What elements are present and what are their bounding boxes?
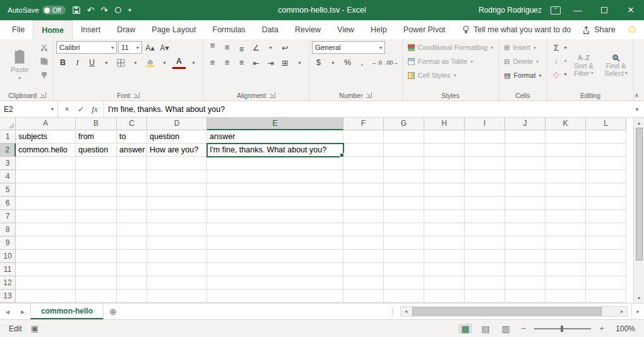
cancel-entry-icon[interactable]: × xyxy=(61,103,73,116)
cell-D3[interactable] xyxy=(147,157,207,170)
cell-I12[interactable] xyxy=(465,276,505,290)
number-dialog-launcher-icon[interactable]: ↘ xyxy=(366,92,373,98)
new-sheet-icon[interactable]: ⊕ xyxy=(104,303,122,319)
macro-recording-icon[interactable]: ▣ xyxy=(31,324,39,333)
row-header-10[interactable]: 10 xyxy=(0,250,16,263)
cell-C7[interactable] xyxy=(117,210,147,223)
cell-D10[interactable] xyxy=(147,250,207,263)
align-left-icon[interactable]: ≡ xyxy=(206,56,219,69)
increase-indent-icon[interactable]: ⇥ xyxy=(264,56,277,69)
cell-L12[interactable] xyxy=(586,276,626,290)
cell-H6[interactable] xyxy=(424,197,465,210)
column-header-K[interactable]: K xyxy=(546,118,586,130)
collapse-ribbon-icon[interactable]: ∧ xyxy=(635,92,639,99)
cell-F11[interactable] xyxy=(343,263,384,276)
zoom-level[interactable]: 100% xyxy=(612,324,635,333)
insert-function-icon[interactable]: fx xyxy=(88,103,101,116)
borders-icon[interactable] xyxy=(114,56,128,69)
autosum-dropdown-icon[interactable]: ▾ xyxy=(564,45,566,51)
cell-H7[interactable] xyxy=(424,210,465,223)
share-button[interactable]: Share xyxy=(582,25,615,34)
italic-button[interactable]: I xyxy=(71,56,84,69)
cell-E11[interactable] xyxy=(207,263,343,276)
select-all-corner[interactable] xyxy=(0,118,16,130)
previous-sheet-icon[interactable]: ◂ xyxy=(0,303,15,319)
cell-J5[interactable] xyxy=(505,183,546,197)
tab-page-layout[interactable]: Page Layout xyxy=(143,20,204,39)
vertical-scroll-thumb[interactable] xyxy=(636,128,643,260)
formula-input[interactable]: I'm fine, thanks. What about you? xyxy=(104,101,630,117)
tab-formulas[interactable]: Formulas xyxy=(205,20,254,39)
cell-I6[interactable] xyxy=(465,197,505,210)
cell-K1[interactable] xyxy=(546,130,586,144)
cell-K5[interactable] xyxy=(546,183,586,197)
format-as-table-button[interactable]: Format as Table ▾ xyxy=(405,55,496,68)
cell-C13[interactable] xyxy=(117,290,147,303)
cell-A8[interactable] xyxy=(16,223,76,236)
row-header-2[interactable]: 2 xyxy=(0,144,16,157)
cell-F4[interactable] xyxy=(343,170,384,183)
cell-B3[interactable] xyxy=(76,157,117,170)
cell-H11[interactable] xyxy=(424,263,465,276)
cell-D2[interactable]: How are you? xyxy=(147,144,207,157)
orientation-icon[interactable]: ∠ xyxy=(249,41,263,54)
scroll-right-icon[interactable]: ▸ xyxy=(617,307,627,316)
number-format-dropdown-icon[interactable]: ▾ xyxy=(377,45,382,51)
cell-A9[interactable] xyxy=(16,236,76,250)
cell-K2[interactable] xyxy=(546,144,586,157)
tab-file[interactable]: File xyxy=(4,20,33,39)
cell-E4[interactable] xyxy=(207,170,343,183)
cell-H4[interactable] xyxy=(424,170,465,183)
cell-E10[interactable] xyxy=(207,250,343,263)
cell-C6[interactable] xyxy=(117,197,147,210)
cell-C8[interactable] xyxy=(117,223,147,236)
clipboard-dialog-launcher-icon[interactable]: ↘ xyxy=(40,92,46,98)
cell-B12[interactable] xyxy=(76,276,117,290)
cell-H12[interactable] xyxy=(424,276,465,290)
cell-D7[interactable] xyxy=(147,210,207,223)
cell-A12[interactable] xyxy=(16,276,76,290)
cell-G3[interactable] xyxy=(384,157,424,170)
decrease-font-size-button[interactable]: A▾ xyxy=(158,41,171,54)
align-right-icon[interactable]: ≡ xyxy=(235,56,248,69)
cell-J11[interactable] xyxy=(505,263,546,276)
cell-L9[interactable] xyxy=(586,236,626,250)
cell-I11[interactable] xyxy=(465,263,505,276)
merge-center-dropdown-icon[interactable]: ▾ xyxy=(293,56,306,69)
name-box[interactable]: E2 ▾ xyxy=(0,101,58,117)
maximize-button[interactable] xyxy=(591,0,617,20)
accounting-format-icon[interactable]: $ xyxy=(312,56,325,69)
cell-C12[interactable] xyxy=(117,276,147,290)
font-size-combobox[interactable]: 11▾ xyxy=(118,41,142,54)
name-box-dropdown-icon[interactable]: ▾ xyxy=(51,106,54,112)
zoom-in-icon[interactable]: + xyxy=(597,324,606,333)
cell-J4[interactable] xyxy=(505,170,546,183)
cell-H8[interactable] xyxy=(424,223,465,236)
paste-dropdown-icon[interactable]: ▾ xyxy=(18,75,21,82)
format-painter-icon[interactable] xyxy=(37,69,51,82)
align-top-icon[interactable]: ≡ xyxy=(206,41,219,54)
cell-I9[interactable] xyxy=(465,236,505,250)
cell-J7[interactable] xyxy=(505,210,546,223)
scroll-up-icon[interactable]: ▴ xyxy=(634,118,644,128)
column-header-A[interactable]: A xyxy=(16,118,76,130)
cell-D12[interactable] xyxy=(147,276,207,290)
cell-E13[interactable] xyxy=(207,290,343,303)
fill-dropdown-icon[interactable]: ▾ xyxy=(564,58,566,64)
column-header-I[interactable]: I xyxy=(465,118,505,130)
tab-insert[interactable]: Insert xyxy=(73,20,109,39)
page-break-view-icon[interactable]: ▥ xyxy=(499,324,513,334)
cut-icon[interactable] xyxy=(37,41,51,54)
autosave-switch[interactable]: Off xyxy=(42,6,66,15)
cell-L7[interactable] xyxy=(586,210,626,223)
cell-K10[interactable] xyxy=(546,250,586,263)
row-header-11[interactable]: 11 xyxy=(0,263,16,276)
cell-L5[interactable] xyxy=(586,183,626,197)
tab-draw[interactable]: Draw xyxy=(109,20,143,39)
cell-G4[interactable] xyxy=(384,170,424,183)
fill-icon[interactable]: ↓ xyxy=(549,54,563,67)
sheet-tab-common-hello[interactable]: common-hello xyxy=(30,303,104,319)
font-name-combobox[interactable]: Calibri▾ xyxy=(56,41,117,54)
cell-C10[interactable] xyxy=(117,250,147,263)
cell-E12[interactable] xyxy=(207,276,343,290)
